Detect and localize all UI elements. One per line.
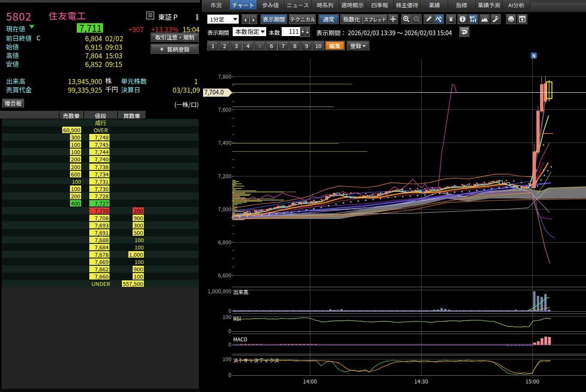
svg-text:MY: MY — [470, 15, 475, 19]
svg-text:7,800: 7,800 — [218, 72, 231, 80]
svg-text:MACD: MACD — [233, 335, 247, 343]
svg-text:7,704.0: 7,704.0 — [204, 88, 224, 96]
svg-text:N: N — [532, 52, 535, 59]
svg-text:6,600: 6,600 — [218, 271, 231, 279]
svg-text:15:00: 15:00 — [525, 377, 539, 385]
svg-text:7,200: 7,200 — [218, 172, 231, 180]
svg-text:6,800: 6,800 — [218, 238, 231, 246]
svg-text:RSI: RSI — [233, 315, 241, 322]
svg-text:100: 100 — [222, 313, 231, 321]
svg-text:100: 100 — [222, 355, 231, 363]
svg-text:7,400: 7,400 — [218, 138, 231, 146]
svg-text:0: 0 — [228, 371, 231, 379]
svg-text:14:00: 14:00 — [303, 377, 317, 385]
svg-text:0: 0 — [228, 340, 231, 348]
svg-text:7,600: 7,600 — [218, 105, 231, 113]
svg-text:1,000,000: 1,000,000 — [207, 287, 231, 295]
svg-text:出来高: 出来高 — [233, 288, 249, 295]
svg-text:14:30: 14:30 — [414, 377, 428, 385]
svg-text:7,000: 7,000 — [218, 205, 231, 213]
svg-text:0: 0 — [228, 327, 231, 335]
